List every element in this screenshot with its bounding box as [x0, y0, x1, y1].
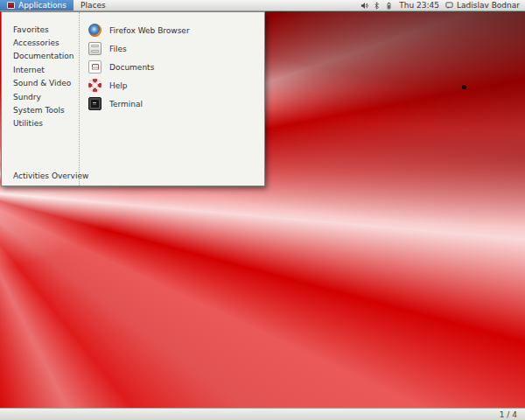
documents-icon: [88, 60, 102, 74]
places-menu-button[interactable]: Places: [74, 0, 113, 10]
user-presence-icon: [445, 2, 453, 10]
help-icon: [88, 79, 102, 92]
terminal-icon: [88, 97, 102, 110]
bottom-panel: 1 / 4: [0, 408, 525, 420]
app-item[interactable]: Terminal: [80, 94, 264, 113]
category-label: Internet: [13, 66, 45, 74]
app-label: Documents: [109, 63, 154, 72]
category-item[interactable]: Sound & Video: [2, 77, 79, 90]
app-item[interactable]: Files: [80, 39, 264, 58]
bluetooth-icon[interactable]: [373, 2, 381, 10]
category-label: Sound & Video: [13, 79, 71, 88]
category-item[interactable]: Internet: [2, 63, 79, 76]
firefox-icon: [88, 24, 102, 37]
category-list: Favorites Accessories Documentation Inte…: [2, 12, 80, 186]
status-icons-group: [360, 2, 393, 10]
category-item[interactable]: System Tools: [2, 103, 79, 116]
category-label: Utilities: [13, 119, 43, 128]
category-item[interactable]: Favorites: [2, 23, 79, 36]
app-label: Files: [109, 45, 127, 53]
files-icon: [88, 42, 102, 55]
desktop-screen: Applications Places Thu 23:45: [0, 0, 525, 420]
places-menu-label: Places: [80, 1, 106, 10]
top-panel-menus: Applications Places: [0, 0, 113, 10]
app-list: Firefox Web Browser Files Documents Help: [80, 12, 264, 186]
workspace-indicator[interactable]: 1 / 4: [500, 410, 525, 419]
activities-overview-label: Activities Overview: [13, 172, 88, 180]
mouse-cursor: [462, 85, 466, 89]
app-label: Firefox Web Browser: [109, 26, 190, 35]
category-label: Favorites: [13, 25, 49, 34]
applications-menu-icon: [7, 2, 15, 9]
top-panel-status-area: Thu 23:45 Ladislav Bodnar: [360, 0, 525, 10]
category-label: System Tools: [13, 106, 65, 115]
volume-icon[interactable]: [360, 2, 368, 10]
applications-menu-label: Applications: [18, 1, 66, 10]
app-item[interactable]: Firefox Web Browser: [80, 21, 264, 39]
app-label: Help: [109, 81, 128, 90]
category-item[interactable]: Documentation: [2, 50, 79, 63]
category-item[interactable]: Accessories: [2, 36, 79, 49]
top-panel: Applications Places Thu 23:45: [0, 0, 525, 11]
applications-menu-panel: Favorites Accessories Documentation Inte…: [1, 11, 265, 186]
app-item[interactable]: Documents: [80, 58, 264, 76]
battery-icon[interactable]: [385, 2, 393, 10]
category-item[interactable]: Sundry: [2, 90, 79, 103]
category-label: Accessories: [13, 38, 60, 47]
category-label: Sundry: [13, 93, 41, 102]
user-menu-button[interactable]: Ladislav Bodnar: [445, 1, 520, 10]
user-name-label: Ladislav Bodnar: [457, 1, 520, 10]
category-label: Documentation: [13, 52, 74, 60]
category-item[interactable]: Utilities: [2, 117, 79, 130]
app-label: Terminal: [109, 100, 143, 108]
applications-menu-button[interactable]: Applications: [0, 0, 74, 10]
activities-overview-button[interactable]: Activities Overview: [13, 172, 88, 180]
clock[interactable]: Thu 23:45: [399, 1, 439, 10]
app-item[interactable]: Help: [80, 76, 264, 94]
